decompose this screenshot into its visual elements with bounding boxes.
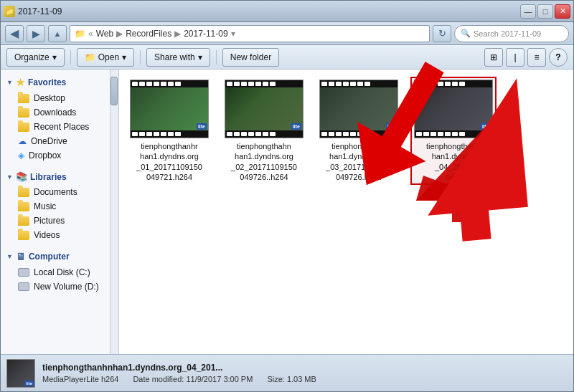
sidebar-inner: ▼ ★ Favorites Desktop Downloads Rec [1,70,118,354]
sidebar-item-local-disk[interactable]: Local Disk (C:) [1,265,110,279]
film-strip-bottom-3 [320,130,397,138]
thumbnail-2: lite [225,80,304,138]
toolbar-right: ⊞ | ≡ ? [484,48,568,67]
recent-folder-icon [18,123,29,132]
file-item-4[interactable]: lite tienphongthanhhan1.dynd..._04_201..… [410,77,497,185]
share-dropdown-icon: ▾ [198,52,202,62]
new-volume-label: New Volume (D:) [34,282,99,292]
open-dropdown-icon: ▾ [122,52,126,62]
pictures-label: Pictures [34,216,65,226]
window: 📁 2017-11-09 — □ ✕ ◀ ▶ ▲ 📁 « Web ▶ Recor… [0,0,574,392]
breadcrumb-icon: 📁 [75,29,85,39]
libraries-label: Libraries [30,172,67,182]
downloads-label: Downloads [34,107,76,118]
title-bar: 📁 2017-11-09 — □ ✕ [1,1,573,22]
breadcrumb-recordfiles[interactable]: RecordFiles [126,29,171,39]
film-strip-bottom-1 [131,130,208,138]
sidebar-item-new-volume[interactable]: New Volume (D:) [1,279,110,294]
organize-button[interactable]: Organize ▾ [6,48,65,67]
computer-label: Computer [29,252,70,262]
sidebar-scrollbar[interactable] [110,70,118,354]
status-size-value: 1.03 MB [287,375,316,383]
documents-folder-icon [18,188,29,197]
music-folder-icon [18,202,29,211]
file-item-2[interactable]: lite tienphongthahnhan1.dyndns.org_02_20… [221,77,307,185]
film-strip-top-4 [415,80,492,87]
film-strip-top-3 [320,80,397,87]
recent-label: Recent Places [34,122,89,132]
search-bar[interactable]: 🔍 Search 2017-11-09 [454,25,569,42]
window-controls: — □ ✕ [520,4,570,19]
new-folder-label: New folder [230,52,271,62]
status-thumbnail: lite [6,359,35,388]
forward-button[interactable]: ▶ [27,25,45,42]
view-details-button[interactable]: ≡ [527,48,546,67]
share-label: Share with [154,52,195,62]
favorites-label: Favorites [28,77,66,87]
help-button[interactable]: ? [549,48,568,67]
view-options-button[interactable]: ⊞ [484,48,503,67]
status-size-label: Size: [267,375,284,383]
toolbar-separator-3 [216,50,217,64]
sidebar-item-documents[interactable]: Documents [1,185,110,199]
file-area: lite tienphongthanhrhan1.dyndns.org_01_2… [119,70,573,354]
sidebar-item-pictures[interactable]: Pictures [1,214,110,228]
breadcrumb-web[interactable]: Web [96,29,113,39]
sidebar: ▼ ★ Favorites Desktop Downloads Rec [1,70,119,354]
status-bar: lite tienphongthanhnhan1.dyndns.org_04_2… [1,354,573,391]
sidebar-item-dropbox[interactable]: ◈ Dropbox [1,148,110,163]
file-item-3[interactable]: lite tienphongthannhan1.dyndns.org_03_20… [316,77,402,185]
breadcrumb-date[interactable]: 2017-11-09 [184,29,227,39]
sidebar-scrollbar-thumb[interactable] [110,77,118,105]
toolbar-separator-1 [70,50,71,64]
status-lite-badge: lite [24,381,34,386]
sidebar-computer-header[interactable]: ▼ 🖥 Computer [1,248,110,265]
sidebar-item-desktop[interactable]: Desktop [1,91,110,105]
search-placeholder: Search 2017-11-09 [474,29,541,38]
file-item-1[interactable]: lite tienphongthanhrhan1.dyndns.org_01_2… [126,77,212,185]
breadcrumb[interactable]: 📁 « Web ▶ RecordFiles ▶ 2017-11-09 ▾ [70,25,430,42]
libraries-icon: 📚 [16,171,27,182]
computer-collapse-icon: ▼ [6,253,13,260]
sidebar-item-music[interactable]: Music [1,199,110,214]
status-meta: MediaPlayerLite h264 Date modified: 11/9… [42,375,316,383]
lite-badge-2: lite [291,123,301,130]
organize-label: Organize [14,52,50,62]
music-label: Music [34,201,56,211]
thumbnail-1: lite [130,80,209,138]
share-button[interactable]: Share with ▾ [146,48,210,67]
minimize-button[interactable]: — [520,4,536,19]
new-folder-button[interactable]: New folder [222,48,279,67]
sidebar-item-videos[interactable]: Videos [1,228,110,242]
documents-label: Documents [34,187,77,197]
lite-badge-4: lite [481,123,491,130]
dropbox-label: Dropbox [29,150,61,161]
sidebar-item-recent[interactable]: Recent Places [1,120,110,134]
sidebar-favorites-header[interactable]: ▼ ★ Favorites [1,74,110,91]
sidebar-item-downloads[interactable]: Downloads [1,105,110,120]
file-name-4: tienphongthanhhan1.dynd..._04_201...04..… [426,141,481,182]
film-strip-bottom-2 [225,130,303,138]
refresh-button[interactable]: ↻ [433,25,451,42]
file-name-3: tienphongthannhan1.dyndns.org_03_2017110… [326,141,392,182]
maximize-button[interactable]: □ [537,4,553,19]
up-button[interactable]: ▲ [48,25,67,42]
open-button[interactable]: 📁 Open ▾ [77,48,134,67]
view-separator-button[interactable]: | [506,48,524,67]
folder-title-icon: 📁 [4,6,15,17]
new-volume-icon [18,282,29,291]
back-button[interactable]: ◀ [5,25,24,42]
sidebar-scroll: ▼ ★ Favorites Desktop Downloads Rec [1,70,110,354]
close-button[interactable]: ✕ [555,4,570,19]
organize-dropdown-icon: ▾ [52,52,57,62]
status-date-modified: Date modified: 11/9/2017 3:00 PM [133,375,253,383]
open-label: Open [98,52,119,62]
status-type: MediaPlayerLite h264 [42,375,118,383]
film-strip-bottom-4 [415,130,492,138]
status-date-value: 11/9/2017 3:00 PM [186,375,253,383]
sidebar-libraries-header[interactable]: ▼ 📚 Libraries [1,168,110,185]
computer-icon: 🖥 [16,251,26,262]
sidebar-item-onedrive[interactable]: ☁ OneDrive [1,134,110,148]
thumbnail-4: lite [414,80,493,138]
file-name-1: tienphongthanhrhan1.dyndns.org_01_201711… [136,141,202,182]
